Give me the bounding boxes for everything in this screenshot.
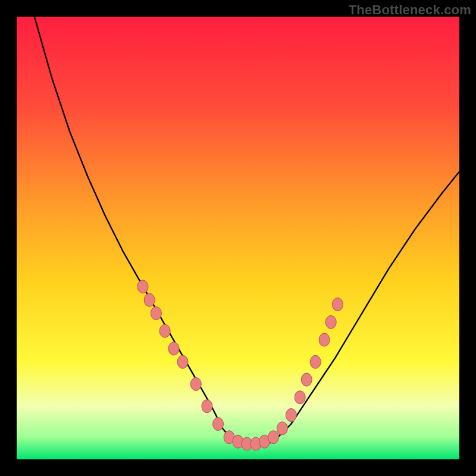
data-point <box>151 307 161 320</box>
chart-frame: TheBottleneck.com <box>0 0 476 476</box>
data-point <box>277 422 287 435</box>
data-point <box>177 355 188 368</box>
data-point <box>137 280 148 293</box>
watermark-text: TheBottleneck.com <box>349 2 471 18</box>
data-point <box>286 409 296 422</box>
data-point <box>202 400 212 413</box>
data-point <box>268 431 279 444</box>
plot-area <box>17 17 459 459</box>
data-point <box>168 342 179 355</box>
data-point <box>310 355 321 368</box>
data-point <box>325 315 336 328</box>
bottleneck-curve-chart <box>17 17 459 459</box>
data-point <box>144 293 155 306</box>
gradient-background <box>17 17 459 459</box>
data-point <box>159 324 170 337</box>
data-point <box>295 391 305 404</box>
data-point <box>213 418 224 431</box>
data-point <box>301 373 312 386</box>
data-point <box>319 333 330 346</box>
data-point <box>332 298 343 311</box>
data-point <box>190 378 201 391</box>
